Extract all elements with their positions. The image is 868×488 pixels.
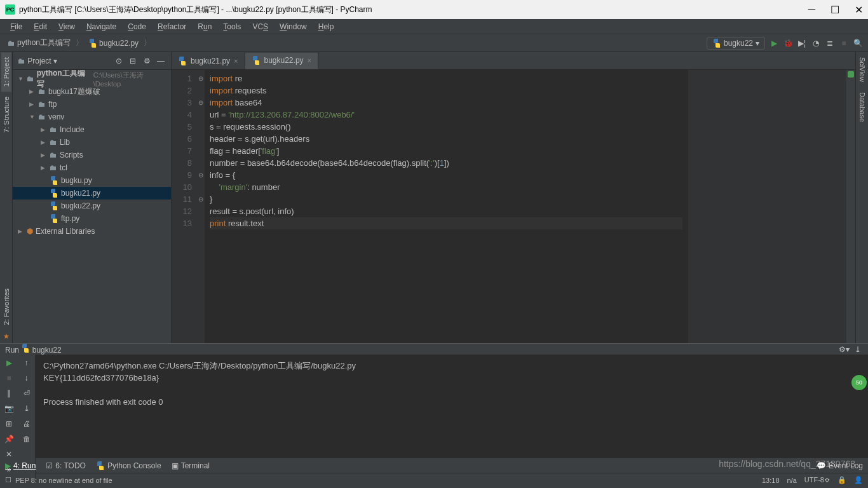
close-button[interactable]: ✕ <box>855 4 863 16</box>
scroll-end-button[interactable]: ⤓ <box>24 404 30 413</box>
menu-window[interactable]: Window <box>275 21 312 32</box>
fold-gutter: ⊖⊖⊖⊖ <box>197 70 205 343</box>
menu-edit[interactable]: Edit <box>29 21 52 32</box>
python-icon <box>21 344 30 353</box>
navbar: 🖿 python工具编写 〉 bugku22.py 〉 bugku22 ▾ ▶ … <box>0 34 868 52</box>
run-panel: Run bugku22 ⚙▾ ⤓ ▶ ■ ∥ 📷 ⊞ 📌 ✕ » ↑ ↓ ⏎ ⤓… <box>0 343 868 458</box>
stop-button[interactable]: ■ <box>6 374 11 383</box>
tree-item[interactable]: ▶🖿Include <box>13 123 171 136</box>
right-tool-strip: SciView Database <box>855 52 868 343</box>
left-tool-strip: 1: Project 7: Structure 2: Favorites ★ <box>0 52 13 343</box>
tree-item[interactable]: ftp.py <box>13 212 171 225</box>
concurrency-button[interactable]: ≣ <box>825 38 835 48</box>
run-toolbar-1: ▶ ■ ∥ 📷 ⊞ 📌 ✕ » <box>0 355 18 478</box>
menu-view[interactable]: View <box>53 21 80 32</box>
breadcrumb-separator: 〉 <box>144 37 151 48</box>
editor-tab[interactable]: bugku22.py× <box>245 53 319 69</box>
stop-button[interactable]: ■ <box>839 38 849 48</box>
line-gutter: 12345678910111213 <box>172 70 197 343</box>
tree-item[interactable]: ▶🖿Scripts <box>13 149 171 161</box>
tree-item[interactable]: ▶🖿tcl <box>13 161 171 174</box>
menu-run[interactable]: Run <box>193 21 217 32</box>
hector-icon[interactable]: 👤 <box>854 476 863 484</box>
menu-refactor[interactable]: Refactor <box>153 21 191 32</box>
dump-threads-button[interactable]: 📷 <box>4 404 14 413</box>
status-icon[interactable]: ☐ <box>5 476 11 484</box>
restore-layout-button[interactable]: ⊞ <box>6 419 12 428</box>
run-button[interactable]: ▶ <box>769 38 779 48</box>
bottom-tab-todo[interactable]: ☑ 6: TODO <box>46 461 86 470</box>
tree-item[interactable]: ▼🖿venv <box>13 111 171 123</box>
run-toolbar-2: ↑ ↓ ⏎ ⤓ 🖨 🗑 <box>18 355 36 478</box>
close-icon[interactable]: × <box>234 57 238 65</box>
gear-icon[interactable]: ⚙▾ <box>839 344 849 355</box>
bottom-tab-run[interactable]: ▶ 4: Run <box>5 461 36 470</box>
tree-item[interactable]: ▶🖿ftp <box>13 98 171 111</box>
watermark: https://blog.csdn.net/qq_27180763 <box>719 459 855 469</box>
close-icon[interactable]: × <box>308 57 311 64</box>
tree-item[interactable]: ▶🖿Lib <box>13 136 171 149</box>
search-everywhere-button[interactable]: 🔍 <box>853 38 863 48</box>
project-tree[interactable]: ▼ 🖿 python工具编写 C:\Users\王海涛\Desktop ▶🖿bu… <box>13 70 171 343</box>
hide-icon[interactable]: — <box>156 56 166 66</box>
line-separator[interactable]: n/a <box>787 477 797 484</box>
editor-tabs: bugku21.py×bugku22.py× <box>172 52 855 70</box>
python-icon <box>88 39 97 48</box>
editor-tab[interactable]: bugku21.py× <box>172 53 245 69</box>
tool-tab-sciview[interactable]: SciView <box>857 52 867 87</box>
pause-button[interactable]: ∥ <box>7 389 11 398</box>
pycharm-icon: PC <box>5 4 15 15</box>
tree-external-libs[interactable]: ▶ ⬢ External Libraries <box>13 225 171 238</box>
rerun-button[interactable]: ▶ <box>6 358 12 367</box>
bottom-tab-python-console[interactable]: Python Console <box>96 461 161 470</box>
cursor-position[interactable]: 13:18 <box>762 477 780 484</box>
run-coverage-button[interactable]: ▶¦ <box>797 38 807 48</box>
code-editor[interactable]: 12345678910111213 ⊖⊖⊖⊖ import reimport r… <box>172 70 855 343</box>
tool-tab-structure[interactable]: 7: Structure <box>1 92 11 138</box>
menu-file[interactable]: File <box>5 21 27 32</box>
error-stripe[interactable] <box>846 70 855 343</box>
menu-code[interactable]: Code <box>123 21 151 32</box>
soft-wrap-button[interactable]: ⏎ <box>24 389 30 398</box>
breadcrumb-root[interactable]: 🖿 python工具编写 <box>5 36 73 50</box>
menubar: File Edit View Navigate Code Refactor Ru… <box>0 19 868 34</box>
python-icon <box>712 39 721 48</box>
breadcrumb-separator: 〉 <box>76 37 83 48</box>
close-button[interactable]: ✕ <box>6 450 12 459</box>
tree-item[interactable]: bugku21.py <box>13 187 171 200</box>
promo-badge[interactable]: 50 <box>851 375 867 390</box>
tool-tab-project[interactable]: 1: Project <box>1 52 11 92</box>
down-stack-button[interactable]: ↓ <box>25 374 29 383</box>
run-config-selector[interactable]: bugku22 ▾ <box>707 37 765 50</box>
breadcrumb-file[interactable]: bugku22.py <box>86 37 141 49</box>
menu-tools[interactable]: Tools <box>218 21 246 32</box>
tree-root[interactable]: ▼ 🖿 python工具编写 C:\Users\王海涛\Desktop <box>13 72 171 85</box>
collapse-all-icon[interactable]: ⊟ <box>128 56 138 66</box>
tree-item[interactable]: bugku22.py <box>13 200 171 212</box>
tree-item[interactable]: bugku.py <box>13 174 171 187</box>
inspection-ok-icon <box>848 71 854 78</box>
maximize-button[interactable]: ☐ <box>831 4 839 16</box>
download-icon[interactable]: ⤓ <box>853 344 863 355</box>
file-encoding[interactable]: UTF-8≎ <box>804 476 830 484</box>
chevron-down-icon: ▾ <box>756 39 759 48</box>
menu-navigate[interactable]: Navigate <box>81 21 121 32</box>
project-panel: 🖿 Project ▾ ⊙ ⊟ ⚙ — ▼ 🖿 python工具编写 C:\Us… <box>13 52 172 343</box>
bottom-tab-terminal[interactable]: ▣ Terminal <box>172 461 210 470</box>
menu-help[interactable]: Help <box>313 21 339 32</box>
scroll-from-source-icon[interactable]: ⊙ <box>114 56 124 66</box>
minimize-button[interactable]: ─ <box>808 4 815 16</box>
print-button[interactable]: 🖨 <box>23 419 31 428</box>
pin-button[interactable]: 📌 <box>4 435 14 444</box>
menu-vcs[interactable]: VCS <box>247 21 273 32</box>
lock-icon[interactable]: 🔒 <box>837 476 846 484</box>
window-title: python工具编写 [C:\Users\王海涛\Desktop\python工… <box>19 4 372 15</box>
run-panel-title: Run <box>5 346 19 355</box>
clear-button[interactable]: 🗑 <box>23 435 31 444</box>
tool-tab-favorites[interactable]: 2: Favorites <box>1 283 11 330</box>
up-stack-button[interactable]: ↑ <box>25 358 29 367</box>
debug-button[interactable]: 🐞 <box>783 38 793 48</box>
tool-tab-database[interactable]: Database <box>857 87 867 127</box>
gear-icon[interactable]: ⚙ <box>142 56 152 66</box>
profile-button[interactable]: ◔ <box>811 38 821 48</box>
